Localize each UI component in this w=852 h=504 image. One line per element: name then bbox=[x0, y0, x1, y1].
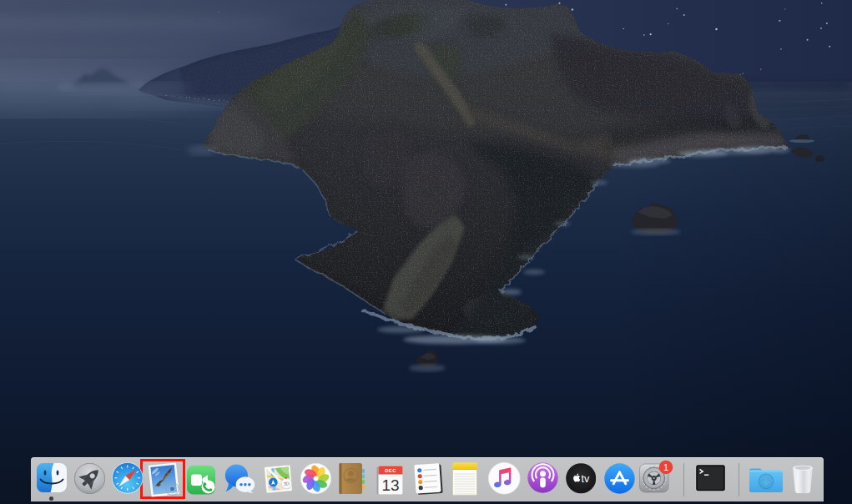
svg-text:DEC: DEC bbox=[385, 468, 396, 473]
svg-text:13: 13 bbox=[381, 476, 399, 494]
svg-text:tv: tv bbox=[581, 473, 589, 485]
svg-text:1: 1 bbox=[663, 462, 668, 472]
svg-text:3D: 3D bbox=[283, 481, 289, 486]
